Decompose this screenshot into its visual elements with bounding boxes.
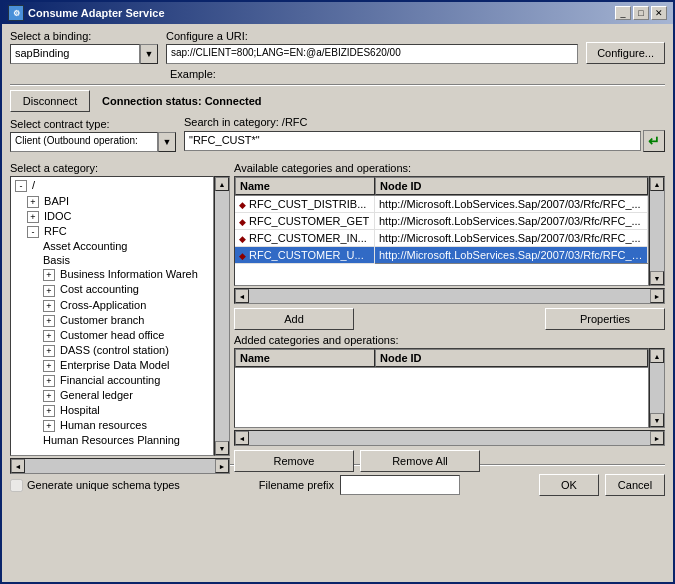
available-row-0-name: ◆RFC_CUST_DISTRIB...: [235, 196, 375, 212]
humanres-expand-icon[interactable]: +: [43, 420, 55, 432]
available-horizontal-scrollbar[interactable]: ◄ ►: [234, 288, 665, 304]
available-row-1[interactable]: ◆RFC_CUSTOMER_GET http://Microsoft.LobSe…: [235, 213, 648, 230]
generate-schema-label: Generate unique schema types: [27, 479, 180, 491]
custhead-label: Customer head office: [60, 329, 164, 341]
custbranch-label: Customer branch: [60, 314, 144, 326]
tree-item-humanres[interactable]: + Human resources: [11, 418, 213, 433]
hospital-label: Hospital: [60, 404, 100, 416]
tree-item-bapi[interactable]: + BAPI: [11, 194, 213, 209]
search-button[interactable]: ↵: [643, 130, 665, 152]
tree-item-cross[interactable]: + Cross-Application: [11, 298, 213, 313]
bizinfo-expand-icon[interactable]: +: [43, 269, 55, 281]
binding-field: sapBinding: [10, 44, 140, 64]
title-bar: ⚙ Consume Adapter Service _ □ ✕: [2, 2, 673, 24]
tree-item-custbranch[interactable]: + Customer branch: [11, 313, 213, 328]
rfc-label: RFC: [44, 225, 67, 237]
filename-prefix-field[interactable]: [340, 475, 460, 495]
generate-schema-checkbox[interactable]: [10, 479, 23, 492]
tree-scroll-track: [215, 191, 229, 441]
enterprise-expand-icon[interactable]: +: [43, 360, 55, 372]
custhead-expand-icon[interactable]: +: [43, 330, 55, 342]
tree-item-hospital[interactable]: + Hospital: [11, 403, 213, 418]
bapi-label: BAPI: [44, 195, 69, 207]
disconnect-button[interactable]: Disconnect: [10, 90, 90, 112]
tree-item-bizinfo[interactable]: + Business Information Wareh: [11, 267, 213, 282]
available-row-3-name: ◆RFC_CUSTOMER_U...: [235, 247, 375, 263]
available-scroll-left-button[interactable]: ◄: [235, 289, 249, 303]
minimize-button[interactable]: _: [615, 6, 631, 20]
tree-item-humanrespl[interactable]: Human Resources Planning: [11, 433, 213, 447]
root-expand-icon[interactable]: -: [15, 180, 27, 192]
tree-scroll-right-button[interactable]: ►: [215, 459, 229, 473]
ok-button[interactable]: OK: [539, 474, 599, 496]
cross-expand-icon[interactable]: +: [43, 300, 55, 312]
remove-button[interactable]: Remove: [234, 450, 354, 472]
tree-root[interactable]: - /: [11, 177, 213, 194]
dass-expand-icon[interactable]: +: [43, 345, 55, 357]
title-bar-controls: _ □ ✕: [615, 6, 667, 20]
contract-field: Client (Outbound operation:: [10, 132, 158, 152]
idoc-expand-icon[interactable]: +: [27, 211, 39, 223]
diamond-icon-3: ◆: [239, 251, 246, 261]
tree-horizontal-scrollbar[interactable]: ◄ ►: [10, 458, 230, 474]
available-vertical-scrollbar[interactable]: ▲ ▼: [649, 176, 665, 286]
tree-scroll-up-button[interactable]: ▲: [215, 177, 229, 191]
tree-item-idoc[interactable]: + IDOC: [11, 209, 213, 224]
available-row-2[interactable]: ◆RFC_CUSTOMER_IN... http://Microsoft.Lob…: [235, 230, 648, 247]
contract-dropdown-button[interactable]: ▼: [158, 132, 176, 152]
available-scroll-up-button[interactable]: ▲: [650, 177, 664, 191]
available-scroll-down-button[interactable]: ▼: [650, 271, 664, 285]
search-field[interactable]: "RFC_CUST*": [184, 131, 641, 151]
bizinfo-label: Business Information Wareh: [60, 268, 198, 280]
hospital-expand-icon[interactable]: +: [43, 405, 55, 417]
basis-label: Basis: [43, 254, 70, 266]
uri-field[interactable]: sap://CLIENT=800;LANG=EN:@a/EBIZIDES620/…: [166, 44, 578, 64]
tree-item-asset[interactable]: Asset Accounting: [11, 239, 213, 253]
tree-item-cost[interactable]: + Cost accounting: [11, 282, 213, 297]
cost-expand-icon[interactable]: +: [43, 285, 55, 297]
generate-schema-row: Generate unique schema types: [10, 479, 180, 492]
ok-cancel-row: OK Cancel: [539, 474, 665, 496]
added-vertical-scrollbar[interactable]: ▲ ▼: [649, 348, 665, 428]
tree-scroll-left-button[interactable]: ◄: [11, 459, 25, 473]
tree-item-enterprise[interactable]: + Enterprise Data Model: [11, 358, 213, 373]
tree-scroll-down-button[interactable]: ▼: [215, 441, 229, 455]
tree-scroll-htrack: [25, 459, 215, 473]
general-expand-icon[interactable]: +: [43, 390, 55, 402]
maximize-button[interactable]: □: [633, 6, 649, 20]
add-button[interactable]: Add: [234, 308, 354, 330]
added-scroll-right-button[interactable]: ►: [650, 431, 664, 445]
configure-button[interactable]: Configure...: [586, 42, 665, 64]
available-row-0[interactable]: ◆RFC_CUST_DISTRIB... http://Microsoft.Lo…: [235, 196, 648, 213]
filename-prefix-label: Filename prefix: [259, 479, 334, 491]
tree-item-rfc[interactable]: - RFC: [11, 224, 213, 239]
added-horizontal-scrollbar[interactable]: ◄ ►: [234, 430, 665, 446]
tree-item-financial[interactable]: + Financial accounting: [11, 373, 213, 388]
custbranch-expand-icon[interactable]: +: [43, 315, 55, 327]
tree-vertical-scrollbar[interactable]: ▲ ▼: [214, 176, 230, 456]
cancel-button[interactable]: Cancel: [605, 474, 665, 496]
close-button[interactable]: ✕: [651, 6, 667, 20]
added-label: Added categories and operations:: [234, 334, 665, 346]
tree-item-basis[interactable]: Basis: [11, 253, 213, 267]
rfc-expand-icon[interactable]: -: [27, 226, 39, 238]
available-row-2-name: ◆RFC_CUSTOMER_IN...: [235, 230, 375, 246]
tree-item-custhead[interactable]: + Customer head office: [11, 328, 213, 343]
added-scroll-left-button[interactable]: ◄: [235, 431, 249, 445]
available-col-name: Name: [235, 177, 375, 195]
cost-label: Cost accounting: [60, 283, 139, 295]
tree-item-dass[interactable]: + DASS (control station): [11, 343, 213, 358]
added-scroll-up-button[interactable]: ▲: [650, 349, 664, 363]
remove-all-button[interactable]: Remove All: [360, 450, 480, 472]
properties-button[interactable]: Properties: [545, 308, 665, 330]
available-scroll-right-button[interactable]: ►: [650, 289, 664, 303]
available-row-3[interactable]: ◆RFC_CUSTOMER_U... http://Microsoft.LobS…: [235, 247, 648, 264]
added-col-name: Name: [235, 349, 375, 367]
financial-expand-icon[interactable]: +: [43, 375, 55, 387]
added-scroll-down-button[interactable]: ▼: [650, 413, 664, 427]
binding-dropdown-button[interactable]: ▼: [140, 44, 158, 64]
uri-label: Configure a URI:: [166, 30, 578, 42]
bapi-expand-icon[interactable]: +: [27, 196, 39, 208]
tree-item-general[interactable]: + General ledger: [11, 388, 213, 403]
window-title: Consume Adapter Service: [28, 7, 165, 19]
